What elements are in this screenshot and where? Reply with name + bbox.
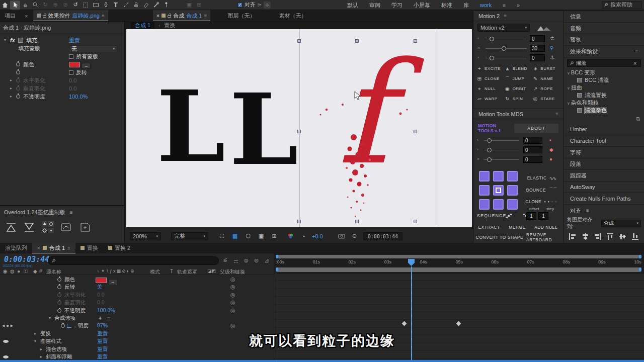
property-value[interactable]: 100.0%: [97, 307, 115, 314]
step-input[interactable]: 1: [538, 212, 548, 220]
motion2-tool-button[interactable]: ▱ WARP: [476, 94, 505, 104]
snap-checkbox-icon[interactable]: ✓: [237, 3, 243, 8]
tab-footage[interactable]: 素材（无）: [275, 11, 310, 22]
mask-feather-tool-icon[interactable]: [80, 1, 91, 10]
twirl-icon[interactable]: ▾: [34, 337, 36, 345]
selection-handle[interactable]: [355, 220, 359, 223]
motion2-slider-mid[interactable]: ›‹ 30 ⚲: [473, 44, 564, 53]
guides-icon[interactable]: ⊞: [270, 232, 279, 240]
twirl-icon[interactable]: ▸: [40, 345, 42, 353]
timeline-property-row[interactable]: ◀◆▶ ▾ 水平羽化 0.0 → ◎: [0, 291, 274, 299]
effects-search-input[interactable]: [576, 60, 631, 66]
about-button[interactable]: ABOUT: [514, 124, 558, 133]
mode-column[interactable]: 模式: [150, 268, 160, 276]
twirl-icon[interactable]: ▸: [34, 330, 36, 337]
timeline-tab[interactable]: × 置换 ≡: [75, 243, 103, 253]
composition-canvas[interactable]: L L f: [126, 29, 472, 227]
color-swatch[interactable]: [96, 278, 107, 283]
timeline-property-row[interactable]: ◀◆▶ ▸ 变换 重置 → ◎: [0, 330, 274, 337]
property-value[interactable]: 重置: [97, 330, 108, 337]
stopwatch-icon[interactable]: [57, 309, 61, 313]
panel-menu-icon[interactable]: ≡: [102, 13, 105, 19]
motion2-preset-dropdown[interactable]: Motion v2▾: [477, 24, 530, 32]
stopwatch-icon[interactable]: [61, 324, 65, 328]
timeline-property-row[interactable]: ◀◆▶ ▾ 合成选项 ＋ − → ◎: [0, 314, 274, 322]
exposure-value[interactable]: +0.0: [312, 233, 323, 239]
hand-tool-icon[interactable]: [20, 1, 30, 10]
close-icon[interactable]: ×: [37, 245, 40, 251]
workspace-tab[interactable]: 学习: [391, 2, 403, 9]
snap-box-icon[interactable]: ⊹: [264, 2, 271, 9]
sidebar-panel-header[interactable]: 段落: [564, 158, 644, 170]
align-right-icon[interactable]: [594, 233, 602, 240]
motion2-slider-in[interactable]: ‹ 0 ⚗: [473, 34, 564, 44]
sidebar-panel-header[interactable]: 音频: [564, 23, 644, 34]
twirl-icon[interactable]: ▸: [40, 353, 42, 360]
mt-slider-both[interactable]: ›‹ 0 ●: [473, 155, 564, 164]
frame-blend-icon[interactable]: ⚎: [233, 257, 238, 264]
tab-composition[interactable]: × 合成 合成 1 ≡: [153, 10, 210, 21]
anchor-top-icon[interactable]: ⚗: [550, 36, 554, 41]
property-value[interactable]: 重置: [97, 353, 108, 360]
timeline-property-row[interactable]: ◀◆▶ ▾ ...明度 87% → ◎: [0, 322, 274, 329]
sidebar-panel-header[interactable]: Limber: [564, 124, 644, 135]
effects-tree-row[interactable]: ∨扭曲: [564, 84, 644, 92]
stopwatch-icon[interactable]: [16, 70, 20, 74]
motion2-tool-button[interactable]: ◎ STARE: [532, 94, 560, 104]
selection-handle[interactable]: [297, 220, 301, 223]
help-search[interactable]: 🔎︎ 搜索帮助: [602, 1, 642, 9]
timeline-property-row[interactable]: ◀◆▶ ▸ 混合选项 重置 → ◎: [0, 345, 274, 353]
roto-brush-tool-icon[interactable]: [151, 1, 161, 10]
overlord-pull-icon[interactable]: [23, 222, 35, 233]
property-value[interactable]: 关: [97, 283, 103, 291]
brush-tool-icon[interactable]: [121, 1, 131, 10]
anchor-cell[interactable]: [493, 199, 504, 210]
work-area-bar[interactable]: [276, 267, 641, 272]
pan-camera-tool-icon[interactable]: ⊕: [50, 1, 60, 10]
stopwatch-icon[interactable]: [57, 293, 61, 297]
eraser-tool-icon[interactable]: [141, 1, 151, 10]
resolution-dropdown[interactable]: 完整▾: [171, 232, 208, 240]
motion2-tool-button[interactable]: ▲ BLEND: [505, 64, 533, 73]
overlord-lasso-icon[interactable]: [60, 222, 73, 233]
pick-whip-icon[interactable]: ◎: [230, 276, 235, 283]
sidebar-panel-header[interactable]: 字符: [564, 147, 644, 158]
graph-editor-icon[interactable]: ⊿: [264, 257, 269, 264]
motion2-tool-button[interactable]: ↗ ROPE: [532, 84, 560, 94]
overlord-push-icon[interactable]: [5, 222, 17, 233]
align-bottom-icon[interactable]: [631, 233, 639, 240]
mt-slider-in[interactable]: ‹ 0 ▪: [473, 136, 564, 145]
dolly-camera-tool-icon[interactable]: ⊘: [60, 1, 70, 10]
timeline-property-row[interactable]: ◀◆▶ ▾ 颜色 → ◎: [0, 276, 274, 283]
stopwatch-icon[interactable]: [16, 95, 20, 99]
motion2-tool-button[interactable]: ⌒ JUMP: [505, 74, 533, 83]
sidebar-panel-header[interactable]: Character Tool: [564, 135, 644, 147]
selection-handle[interactable]: [414, 220, 417, 223]
elastic-button[interactable]: ELASTIC∿∿: [521, 174, 561, 182]
anchor-cell[interactable]: [479, 185, 490, 196]
pen-tool-icon[interactable]: [101, 1, 111, 10]
current-timecode[interactable]: 0:00:03:44: [4, 255, 49, 264]
sidebar-panel-header[interactable]: 信息: [564, 11, 644, 23]
viewer-crumb-prev[interactable]: 置换: [164, 22, 175, 29]
panel-menu-icon[interactable]: ≡: [635, 46, 638, 57]
effects-presets-header[interactable]: 效果和预设≡: [564, 46, 644, 57]
motion2-tool-button[interactable]: ↻ SPIN: [505, 94, 533, 104]
stopwatch-icon[interactable]: [16, 86, 20, 90]
convert-to-shape-button[interactable]: CONVERT TO SHAPE: [473, 233, 526, 241]
sidebar-panel-header[interactable]: 跟踪器: [564, 170, 644, 182]
pick-whip-icon[interactable]: ◎: [230, 307, 235, 314]
transparency-grid-icon[interactable]: ▦: [230, 232, 239, 240]
invert-checkbox[interactable]: [69, 70, 73, 75]
viewer-timecode[interactable]: 0:00:03:44: [363, 232, 403, 240]
effect-fill-header[interactable]: ▾ fx 填充 重置: [0, 36, 124, 44]
source-name-column[interactable]: 源名称: [46, 268, 61, 276]
show-snapshot-icon[interactable]: ⊙: [350, 232, 359, 240]
tab-effect-controls[interactable]: 效果控件 寂静岭.png ≡: [33, 10, 108, 21]
anchor-cell[interactable]: [507, 199, 518, 210]
stopwatch-icon[interactable]: [57, 301, 61, 305]
time-ruler[interactable]: :00s01s02s03s04s05s06s07s08s09s10s: [274, 253, 644, 274]
keyframe-dot-icon[interactable]: ●: [549, 156, 552, 162]
time-navigator-bar[interactable]: [276, 255, 641, 258]
stopwatch-icon[interactable]: [16, 78, 20, 82]
